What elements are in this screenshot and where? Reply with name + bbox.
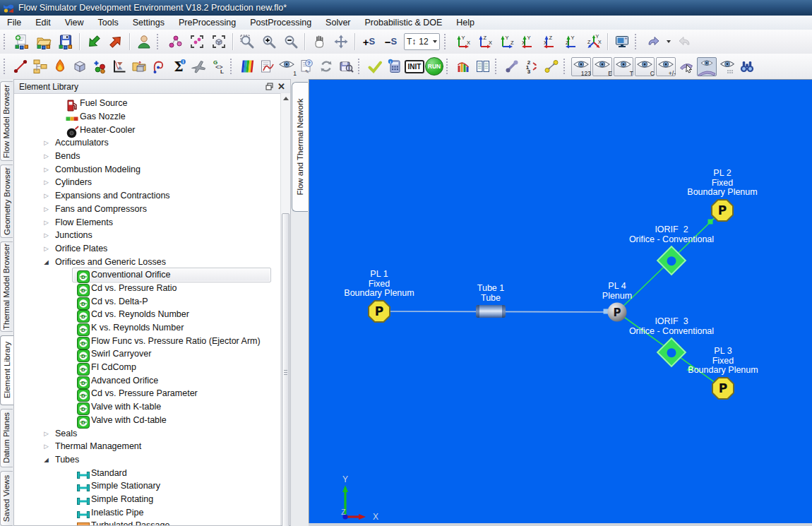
chamber-icon[interactable] [70,57,90,76]
increase-symbol-size-button[interactable]: +S [358,32,380,52]
side-tab-flow-model-browser[interactable]: Flow Model Browser [0,81,13,161]
view-zx-button[interactable]: ZX [473,32,495,52]
calculator-icon[interactable]: i [385,57,405,76]
zoom-in-icon[interactable] [258,32,280,52]
expand-arrow-icon[interactable]: ▷ [41,232,52,239]
display-settings-icon[interactable] [611,32,633,52]
node-pl-4[interactable]: P [608,303,627,322]
tree-item-cd-vs-reynolds-number[interactable]: DCd vs. Reynolds Number [14,308,281,321]
doc-query-icon[interactable]: ?✎ [297,57,316,76]
tree-item-cd-vs-pressure-parameter[interactable]: DCd vs. Pressure Parameter [14,387,281,400]
save-model-icon[interactable] [54,32,76,52]
node-iorif-3[interactable] [661,342,682,363]
run-button[interactable]: RUN [424,57,444,76]
summation-icon[interactable]: Σi [169,57,189,76]
tree-item-fuel-source[interactable]: Fuel Source [14,97,281,110]
measure-distance-icon[interactable] [542,57,561,76]
tab-flow-and-thermal-network[interactable]: Flow and Thermal Network [292,82,308,212]
model-tree-icon[interactable] [30,57,50,76]
renumber-icon[interactable]: 213 [522,57,542,76]
tree-item-swirl-carryover[interactable]: DSwirl Carryover [14,347,281,361]
expand-arrow-icon[interactable]: ▷ [41,179,52,186]
show-signs-toggle[interactable]: +/- [656,57,676,76]
view-xy-button[interactable]: YX [517,32,539,52]
open-model-icon[interactable] [32,32,54,52]
tree-item-inelastic-pipe[interactable]: Inelastic Pipe [14,506,281,519]
view-xz-button[interactable]: ZX [539,32,561,52]
view-yx-button[interactable]: YX [451,32,473,52]
tree-item-simple-stationary[interactable]: Simple Stationary [14,479,281,493]
tree-item-thermal-management[interactable]: ▷Thermal Management [14,440,281,453]
menu-preprocessing[interactable]: PreProcessing [172,16,243,30]
side-tab-thermal-model-browser[interactable]: Thermal Model Browser [0,241,13,333]
group-folder-icon[interactable] [129,57,149,76]
link-elements-icon[interactable] [502,57,522,76]
tree-item-k-vs-reynolds-number[interactable]: DK vs. Reynolds Number [14,321,281,335]
spline-curve-icon[interactable] [149,57,169,76]
node-pl-3[interactable]: P [712,377,734,400]
tree-item-cylinders[interactable]: ▷Cylinders [14,176,281,189]
expand-arrow-icon[interactable]: ▷ [41,139,52,146]
show-chambers-toggle[interactable]: C [635,57,655,76]
expand-arrow-icon[interactable]: ▷ [41,153,52,160]
combustor-icon[interactable] [50,57,70,76]
undo-history-dropdown[interactable] [664,32,674,52]
plot-histogram-icon[interactable] [453,57,473,76]
select-surface-icon[interactable] [676,57,696,76]
node-tube-1[interactable] [476,305,506,318]
pan-icon[interactable] [308,32,330,52]
view-zy-button[interactable]: YZ [561,32,583,52]
network-canvas[interactable]: YXZPPL 1 Fixed Boundary PlenumTube 1 Tub… [309,79,812,524]
view-yz-button[interactable]: YZ [495,32,517,52]
tree-item-simple-rotating[interactable]: Simple Rotating [14,493,281,506]
tree-item-flow-func-vs-pressure-ratio-ejector-arm-[interactable]: DFlow Func vs. Pressure Ratio (Ejector A… [14,334,281,347]
show-mesh-icon[interactable] [717,57,737,76]
view-results-icon[interactable]: 1 [277,57,297,76]
tree-item-standard[interactable]: Standard [14,466,281,479]
side-tab-saved-views[interactable]: Saved Views [0,471,13,526]
side-tab-geometry-browser[interactable]: Geometry Browser [0,165,13,237]
expand-arrow-icon[interactable]: ▷ [41,443,52,450]
tree-scrollbar[interactable] [280,93,290,525]
decrease-symbol-size-button[interactable]: −S [380,32,402,52]
tree-item-fans-and-compressors[interactable]: ▷Fans and Compressors [14,203,281,216]
collapse-arrow-icon[interactable]: ◢ [41,456,52,463]
color-scale-icon[interactable] [237,57,257,76]
show-elements-icon[interactable] [164,32,186,52]
menu-postprocessing[interactable]: PostProcessing [243,16,318,30]
tree-item-fi-cdcomp[interactable]: DFI CdComp [14,361,281,374]
convergence-plot-icon[interactable] [109,57,129,76]
show-surface-toggle[interactable] [697,57,717,76]
new-model-icon[interactable] [11,32,32,52]
panel-close-button[interactable]: ✕ [275,81,287,92]
tree-item-combustion-modeling[interactable]: ▷Combustion Modeling [14,162,281,176]
check-model-icon[interactable] [365,57,385,76]
tree-item-advanced-orifice[interactable]: DAdvanced Orifice [14,373,281,387]
data-table-icon[interactable] [473,57,493,76]
save-image-icon[interactable] [336,57,356,76]
find-icon[interactable] [737,57,757,76]
menu-file[interactable]: File [0,16,28,30]
show-ids-toggle[interactable]: 123 [571,57,591,76]
node-iorif-2[interactable] [661,250,682,271]
menu-settings[interactable]: Settings [126,16,172,30]
tree-item-gas-nozzle[interactable]: Gas Nozzle [14,110,281,124]
tree-item-seals[interactable]: ▷Seals [14,426,281,440]
move-view-icon[interactable] [330,32,352,52]
menu-view[interactable]: View [58,16,91,30]
import-model-icon[interactable] [83,32,105,52]
menu-probabilistic-doe[interactable]: Probabilistic & DOE [358,16,450,30]
fit-view-icon[interactable] [208,32,229,52]
create-link-icon[interactable] [11,57,30,76]
chevron-down-icon[interactable] [433,40,437,43]
tree-item-tubes[interactable]: ◢Tubes [14,453,281,467]
expand-arrow-icon[interactable]: ▷ [41,219,52,226]
fit-selection-icon[interactable] [186,32,208,52]
refresh-icon[interactable] [316,57,336,76]
menu-tools[interactable]: Tools [91,16,126,30]
scrollbar-thumb[interactable] [282,213,289,526]
node-pl-2[interactable]: P [711,199,734,222]
tree-item-bends[interactable]: ▷Bends [14,150,281,163]
tree-item-junctions[interactable]: ▷Junctions [14,229,281,242]
side-tab-datum-planes[interactable]: Datum Planes [0,409,13,467]
